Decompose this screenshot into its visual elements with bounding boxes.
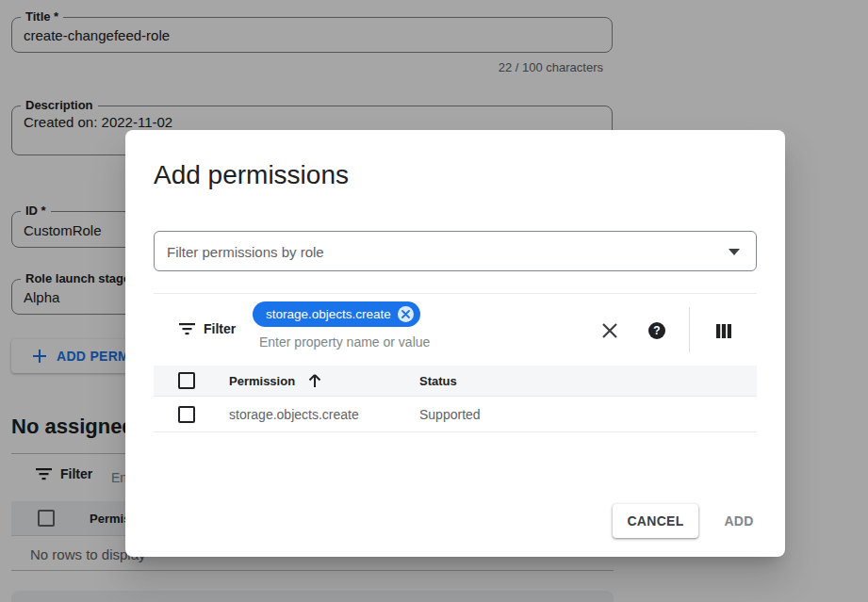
row-permission-value: storage.objects.create bbox=[229, 407, 359, 422]
dialog-filter-input[interactable]: Enter property name or value bbox=[259, 334, 430, 350]
add-button[interactable]: ADD bbox=[710, 504, 768, 538]
permission-table-row[interactable]: storage.objects.create Supported bbox=[154, 397, 757, 432]
dialog-title: Add permissions bbox=[154, 160, 349, 190]
permissions-filter-toolbar: Filter storage.objects.create Enter prop… bbox=[154, 293, 757, 366]
cancel-button[interactable]: CANCEL bbox=[613, 504, 698, 538]
help-icon[interactable]: ? bbox=[647, 320, 667, 341]
status-column-header[interactable]: Status bbox=[419, 374, 457, 388]
filter-by-role-dropdown[interactable]: Filter permissions by role bbox=[154, 231, 757, 271]
permission-header-label: Permission bbox=[229, 374, 295, 388]
filter-chip-label: storage.objects.create bbox=[266, 307, 391, 321]
select-all-checkbox[interactable] bbox=[178, 372, 195, 389]
column-display-options-button[interactable] bbox=[713, 320, 734, 341]
sort-ascending-icon[interactable] bbox=[308, 373, 321, 388]
row-status-value: Supported bbox=[419, 407, 481, 422]
filter-chip[interactable]: storage.objects.create bbox=[253, 301, 420, 327]
row-checkbox[interactable] bbox=[178, 406, 195, 423]
dialog-filter-label: Filter bbox=[204, 321, 236, 336]
filter-funnel-icon bbox=[179, 323, 195, 335]
chip-remove-icon[interactable] bbox=[398, 306, 414, 322]
clear-filters-button[interactable] bbox=[599, 320, 620, 341]
permission-column-header[interactable]: Permission bbox=[229, 373, 321, 388]
add-permissions-dialog: Add permissions Filter permissions by ro… bbox=[125, 130, 785, 557]
toolbar-divider bbox=[689, 307, 690, 352]
dialog-table-header: Permission Status bbox=[154, 366, 757, 397]
filter-by-role-placeholder: Filter permissions by role bbox=[167, 243, 324, 259]
dialog-filter-button[interactable]: Filter bbox=[179, 321, 236, 336]
chevron-down-icon bbox=[729, 249, 740, 255]
